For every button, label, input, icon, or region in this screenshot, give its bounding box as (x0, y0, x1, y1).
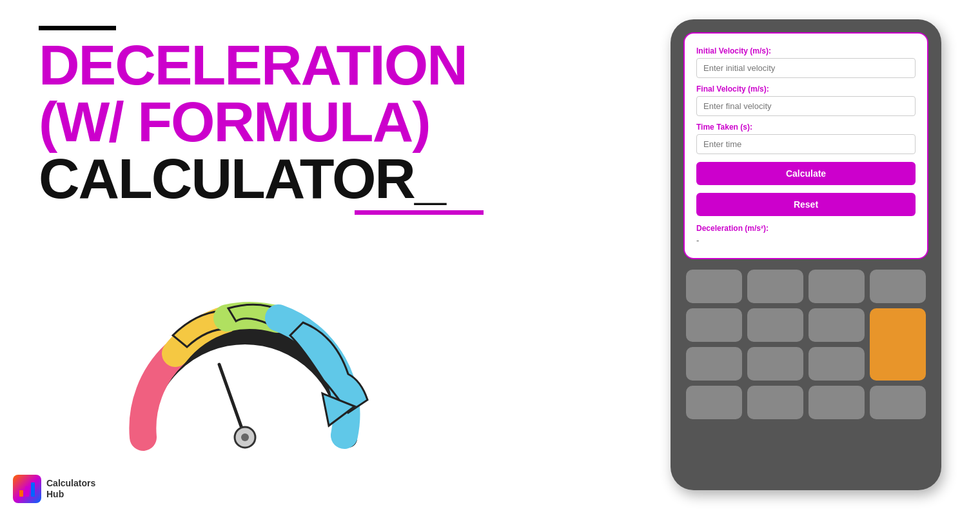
key-12[interactable] (747, 386, 803, 419)
key-11[interactable] (686, 386, 742, 419)
svg-rect-6 (31, 482, 35, 497)
key-4[interactable] (870, 270, 926, 303)
key-7[interactable] (808, 308, 865, 342)
initial-velocity-label: Initial Velocity (m/s): (696, 46, 916, 55)
key-1[interactable] (686, 270, 742, 303)
key-6[interactable] (747, 308, 803, 342)
title-line3: CALCULATOR_ (39, 150, 445, 207)
svg-rect-5 (25, 486, 29, 497)
final-velocity-label: Final Velocity (m/s): (696, 84, 916, 94)
svg-rect-4 (19, 490, 23, 497)
result-value: - (696, 235, 916, 245)
svg-point-3 (241, 433, 249, 441)
time-taken-label: Time Taken (s): (696, 123, 916, 132)
key-8[interactable] (686, 347, 742, 381)
title-line2: (W/ FORMULA) (39, 94, 567, 150)
initial-velocity-input[interactable] (696, 58, 916, 78)
top-bar-decoration (39, 26, 116, 30)
key-10[interactable] (808, 347, 865, 381)
result-label: Deceleration (m/s²): (696, 224, 916, 233)
final-velocity-input[interactable] (696, 96, 916, 116)
key-9[interactable] (747, 347, 803, 381)
logo-text: Calculators Hub (46, 478, 95, 500)
logo-icon (13, 475, 41, 503)
key-2[interactable] (747, 270, 803, 303)
logo: Calculators Hub (13, 475, 95, 503)
calculator-device: Initial Velocity (m/s): Final Velocity (… (671, 19, 941, 490)
calculate-button[interactable]: Calculate (696, 162, 916, 185)
left-section: DECELERATION (W/ FORMULA) CALCULATOR_ (39, 26, 567, 207)
time-taken-input[interactable] (696, 134, 916, 154)
key-5[interactable] (686, 308, 742, 342)
key-13[interactable] (808, 386, 865, 419)
speedometer-illustration (103, 271, 387, 471)
svg-line-1 (219, 364, 245, 437)
keypad (683, 270, 928, 419)
key-14[interactable] (870, 386, 926, 419)
calculator-screen: Initial Velocity (m/s): Final Velocity (… (683, 32, 928, 259)
reset-button[interactable]: Reset (696, 193, 916, 216)
title-line1: DECELERATION (39, 37, 567, 94)
key-3[interactable] (808, 270, 865, 303)
key-orange-tall[interactable] (870, 308, 926, 381)
